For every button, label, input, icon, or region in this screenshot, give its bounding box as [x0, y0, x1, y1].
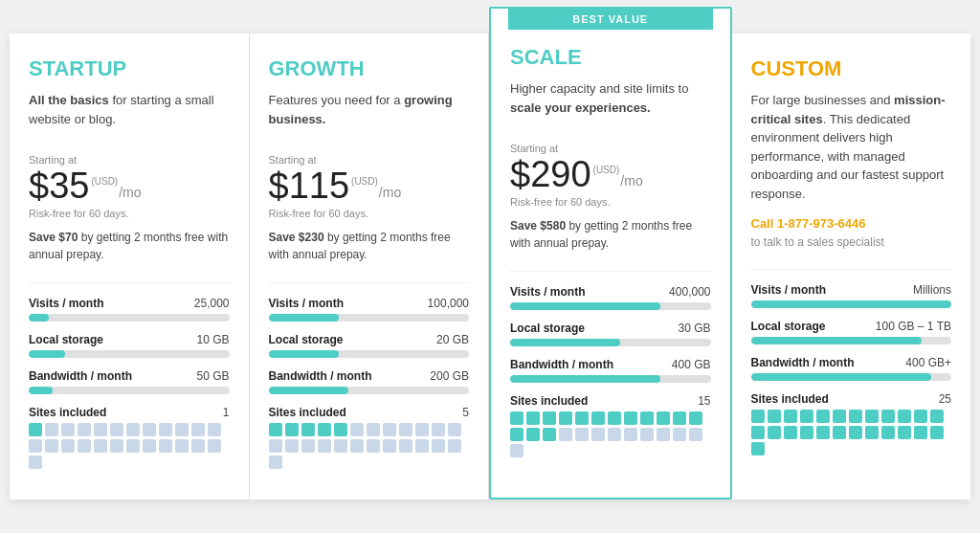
site-dot	[591, 411, 605, 425]
site-dot	[159, 439, 172, 453]
site-dot	[318, 423, 331, 436]
metric-row-visits-/-month: Visits / month 100,000	[269, 297, 470, 322]
metric-row-local-storage: Local storage 10 GB	[29, 333, 230, 358]
site-dot	[673, 411, 686, 425]
site-dot	[914, 426, 927, 439]
metric-value: 15	[698, 394, 710, 408]
site-dot	[29, 455, 42, 469]
site-dot	[624, 428, 637, 441]
metric-header: Visits / month 400,000	[510, 285, 711, 299]
metric-header: Local storage 10 GB	[29, 333, 230, 346]
save-text-startup: Save $70 by getting 2 months free with a…	[29, 229, 230, 263]
site-dot	[110, 439, 123, 453]
metric-label: Local storage	[269, 333, 344, 346]
site-dot	[751, 426, 765, 439]
metric-bar-track	[751, 337, 952, 344]
site-dot	[350, 423, 364, 436]
metric-value: 400 GB	[672, 358, 711, 371]
site-dot	[849, 426, 862, 439]
metric-row-local-storage: Local storage 100 GB – 1 TB	[751, 320, 952, 344]
site-dot	[432, 423, 445, 436]
best-value-banner: BEST VALUE	[508, 9, 713, 30]
site-dot	[191, 423, 205, 436]
site-dot	[914, 410, 927, 423]
site-dot	[689, 411, 702, 425]
metric-bar-track	[269, 314, 470, 322]
risk-free-startup: Risk-free for 60 days.	[29, 208, 230, 219]
site-dot	[78, 439, 91, 453]
plan-description-growth: Features you need for a growing business…	[269, 91, 470, 141]
metric-bar-fill	[751, 373, 932, 381]
site-dot	[78, 423, 91, 436]
metric-header: Visits / month Millions	[751, 283, 952, 297]
metric-value: 50 GB	[196, 369, 229, 383]
site-dot	[415, 423, 429, 436]
site-dot	[399, 423, 412, 436]
metric-bar-track	[29, 314, 230, 322]
metric-header: Sites included 25	[751, 392, 952, 406]
site-dot	[126, 423, 140, 436]
metric-value: Millions	[913, 283, 951, 297]
metric-bar-fill	[29, 387, 53, 394]
metric-value: 25,000	[194, 297, 230, 310]
metric-value: 100 GB – 1 TB	[876, 320, 951, 333]
metric-row-sites-included: Sites included 5	[269, 406, 470, 469]
site-dot	[432, 439, 445, 453]
metric-value: 30 GB	[678, 322, 710, 335]
metric-value: 5	[462, 406, 469, 419]
site-dot	[301, 423, 315, 436]
site-dot	[29, 423, 42, 436]
metric-value: 400,000	[669, 285, 710, 299]
metric-bar-fill	[29, 350, 65, 358]
plan-title-custom: CUSTOM	[751, 56, 952, 81]
starting-at-growth: Starting at	[269, 154, 470, 166]
site-dot	[930, 410, 944, 423]
site-dot	[367, 439, 380, 453]
site-dot	[898, 426, 911, 439]
metric-row-visits-/-month: Visits / month 400,000	[510, 285, 711, 310]
metric-label: Bandwidth / month	[751, 356, 855, 369]
price-amount-scale: $290	[510, 156, 591, 192]
metric-bar-track	[751, 373, 952, 381]
metric-row-sites-included: Sites included 25	[751, 392, 952, 455]
site-dot	[640, 428, 654, 441]
plan-description-custom: For large businesses and mission-critica…	[751, 91, 952, 203]
metric-bar-fill	[269, 314, 339, 322]
site-dot	[608, 411, 621, 425]
metric-label: Visits / month	[29, 297, 103, 310]
site-dot	[543, 411, 556, 425]
site-dot	[800, 426, 813, 439]
metric-row-bandwidth-/-month: Bandwidth / month 400 GB	[510, 358, 711, 383]
metric-label: Visits / month	[751, 283, 826, 297]
site-dot	[61, 423, 75, 436]
save-text-scale: Save $580 by getting 2 months free with …	[510, 217, 711, 252]
site-dot	[881, 410, 895, 423]
site-dot	[930, 426, 944, 439]
starting-at-scale: Starting at	[510, 143, 711, 154]
metric-row-local-storage: Local storage 20 GB	[269, 333, 470, 358]
call-number-custom[interactable]: Call 1-877-973-6446	[751, 216, 952, 231]
site-dot	[269, 439, 282, 453]
site-dot	[768, 410, 781, 423]
site-dot	[159, 423, 172, 436]
metric-bar-track	[510, 375, 711, 383]
price-currency-growth: (USD)	[351, 176, 378, 187]
metric-header: Visits / month 100,000	[269, 297, 470, 310]
site-dot	[399, 439, 412, 453]
metric-header: Sites included 5	[269, 406, 470, 419]
metric-value: 20 GB	[436, 333, 469, 346]
call-subtitle-custom: to talk to a sales specialist	[751, 235, 884, 249]
call-section-custom: Call 1-877-973-6446 to talk to a sales s…	[751, 216, 952, 250]
metric-row-sites-included: Sites included 15	[510, 394, 711, 457]
metric-header: Bandwidth / month 400 GB+	[751, 356, 952, 369]
site-dot	[94, 439, 107, 453]
price-per-month-startup: /mo	[119, 185, 141, 200]
site-dot	[751, 410, 765, 423]
site-dot	[559, 428, 572, 441]
site-dot	[575, 428, 589, 441]
metric-row-bandwidth-/-month: Bandwidth / month 50 GB	[29, 369, 230, 394]
metric-bar-fill	[751, 337, 922, 344]
price-amount-growth: $115	[269, 167, 350, 204]
site-dot	[334, 439, 347, 453]
metric-bar-fill	[510, 375, 660, 383]
